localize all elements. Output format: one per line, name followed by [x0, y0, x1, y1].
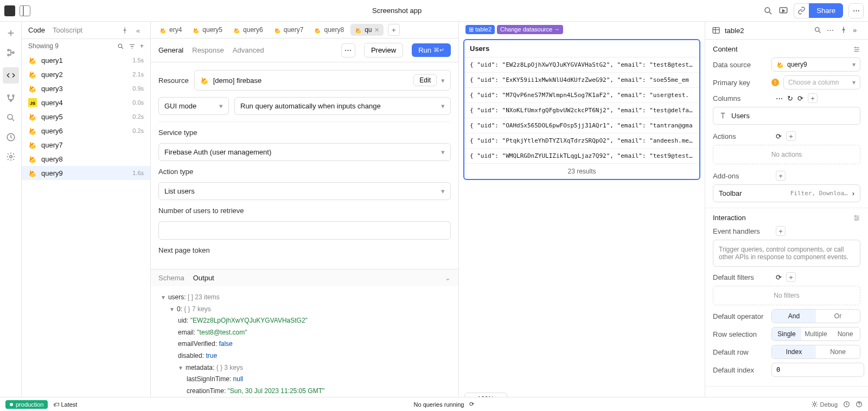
query-item-query5[interactable]: query50.2s [22, 110, 150, 124]
query-list: query11.5squery22.1squery30.9squery40.0s… [22, 53, 150, 411]
preview-button[interactable]: Preview [364, 43, 403, 57]
query-item-query2[interactable]: query22.1s [22, 67, 150, 81]
tab-advanced[interactable]: Advanced [233, 46, 264, 54]
settings-icon[interactable] [853, 214, 860, 222]
query-more-button[interactable]: ⋯ [341, 43, 355, 57]
table-badge[interactable]: ⊞ table2 [465, 25, 495, 34]
add-filter-button[interactable]: + [786, 272, 796, 282]
table-row[interactable]: { "uid": "ExKY59ii1xMwkNlU4dKUfzZweG92",… [464, 73, 699, 88]
link-icon[interactable] [794, 3, 809, 18]
refresh-icon[interactable]: ⟳ [776, 132, 782, 140]
row-selection-segment[interactable]: SingleMultipleNone [771, 327, 860, 341]
query-tab[interactable]: qu× [350, 24, 384, 36]
tab-toolscript[interactable]: Toolscript [53, 26, 82, 34]
query-item-query8[interactable]: query8 [22, 152, 150, 166]
version-label[interactable]: 🏷 Latest [53, 401, 77, 408]
left-rail [0, 22, 22, 411]
debug-button[interactable]: Debug [811, 401, 838, 408]
close-icon[interactable]: × [375, 26, 379, 34]
run-button[interactable]: Run⌘↵ [412, 43, 451, 57]
branch-icon[interactable] [6, 93, 16, 103]
default-index-input[interactable] [771, 363, 864, 377]
query-tab[interactable]: query8 [310, 24, 348, 36]
query-tab[interactable]: query6 [229, 24, 267, 36]
datasource-badge[interactable]: Change datasource → [497, 25, 563, 34]
add-action-button[interactable]: + [786, 131, 796, 141]
event-hint: Trigger queries, control components, or … [713, 240, 860, 267]
data-source-select[interactable]: query9▾ [771, 57, 860, 72]
table-row[interactable]: { "uid": "M7QvP6neS7M7Wlmpn4L5og7K1aF2",… [464, 88, 699, 103]
table-row[interactable]: { "uid": "EW2z8LpOjhXwYQJuKYGVAVHaStG2",… [464, 57, 699, 73]
refresh-icon[interactable]: ↻ [787, 94, 793, 102]
edit-resource-button[interactable]: Edit [413, 74, 437, 86]
table-component[interactable]: Users { "uid": "EW2z8LpOjhXwYQJuKYGVAVHa… [463, 39, 700, 180]
expand-icon[interactable]: » [853, 26, 861, 35]
service-type-select[interactable]: Firebase Auth (user management)▾ [158, 143, 451, 161]
reload-icon[interactable]: ⟳ [797, 94, 803, 102]
tab-schema[interactable]: Schema [158, 274, 184, 282]
search-rail-icon[interactable] [6, 113, 16, 123]
column-item[interactable]: Users [713, 107, 860, 125]
query-item-query4[interactable]: query40.0s [22, 95, 150, 110]
num-users-input[interactable] [158, 221, 451, 240]
query-tab[interactable]: query5 [188, 24, 227, 36]
search-icon[interactable] [763, 6, 773, 16]
tree-icon[interactable] [6, 48, 16, 57]
query-item-query9[interactable]: query91.6s [22, 166, 150, 180]
next-token-label: Next page token [158, 246, 451, 254]
query-item-query7[interactable]: query7 [22, 138, 150, 152]
tab-output[interactable]: Output [193, 274, 214, 282]
toolbar-addon[interactable]: Toolbar Filter, Downloa… › [713, 184, 860, 202]
pin-icon[interactable] [121, 27, 129, 34]
query-item-query1[interactable]: query11.5s [22, 53, 150, 67]
query-tab[interactable]: query7 [270, 24, 308, 36]
env-badge[interactable]: production [5, 400, 48, 409]
settings-icon[interactable] [6, 152, 16, 162]
more-menu-button[interactable]: ⋯ [848, 3, 864, 18]
settings-icon[interactable] [853, 46, 860, 53]
table-row[interactable]: { "uid": "PtqkjYtleYhDTYZlXqTdrzSRQpO2",… [464, 133, 699, 149]
svg-point-2 [765, 8, 770, 12]
table-row[interactable]: { "uid": "OAHdSx565DOL6pwFOsp5jj31AQr1",… [464, 118, 699, 133]
chevron-down-icon[interactable]: ⌄ [445, 274, 451, 282]
collapse-icon[interactable]: « [136, 27, 144, 34]
resource-select[interactable]: [demo] firebase Edit ▾ [194, 70, 451, 91]
add-addon-button[interactable]: + [776, 171, 786, 181]
query-item-query3[interactable]: query30.9s [22, 81, 150, 95]
query-tab[interactable]: ery4 [155, 24, 186, 36]
add-query-icon[interactable]: + [140, 42, 144, 50]
table-row[interactable]: { "uid": "NXoKLfUmxfgQFgbvUW2ckcPT6Nj2",… [464, 103, 699, 118]
tab-response[interactable]: Response [192, 46, 224, 54]
help-icon[interactable] [856, 401, 863, 408]
default-row-segment[interactable]: IndexNone [771, 345, 860, 359]
run-trigger-select[interactable]: Run query automatically when inputs chan… [234, 97, 451, 115]
refresh-icon[interactable]: ⟳ [469, 401, 474, 408]
more-icon[interactable]: ⋯ [776, 94, 783, 102]
filter-icon[interactable] [129, 43, 136, 50]
add-column-button[interactable]: + [808, 93, 818, 103]
search-icon[interactable] [814, 26, 822, 35]
app-logo[interactable] [4, 5, 15, 16]
query-item-query6[interactable]: query60.2s [22, 124, 150, 138]
code-icon[interactable] [3, 67, 19, 84]
tab-code[interactable]: Code [28, 26, 45, 34]
add-icon[interactable] [6, 28, 16, 38]
history-icon[interactable] [6, 132, 16, 142]
pin-icon[interactable] [840, 26, 848, 35]
panel-toggle-icon[interactable] [20, 5, 30, 16]
refresh-icon[interactable]: ⟳ [776, 273, 782, 281]
more-icon[interactable]: ⋯ [827, 26, 835, 35]
action-type-select[interactable]: List users▾ [158, 182, 451, 200]
search-queries-icon[interactable] [117, 43, 124, 50]
inspector-title[interactable]: table2 [725, 27, 809, 35]
gui-mode-select[interactable]: GUI mode▾ [158, 97, 229, 115]
primary-key-select[interactable]: Choose a column▾ [783, 75, 860, 89]
present-icon[interactable] [778, 6, 788, 16]
add-handler-button[interactable]: + [776, 226, 786, 236]
share-button[interactable]: Share [809, 3, 843, 18]
tab-general[interactable]: General [158, 46, 183, 54]
add-tab-button[interactable]: + [388, 24, 400, 36]
table-row[interactable]: { "uid": "WMQLRGDnZYULIZikTLqgLjaz7Q92",… [464, 149, 699, 163]
history-icon[interactable] [843, 401, 850, 408]
operator-segment[interactable]: AndOr [771, 309, 860, 323]
